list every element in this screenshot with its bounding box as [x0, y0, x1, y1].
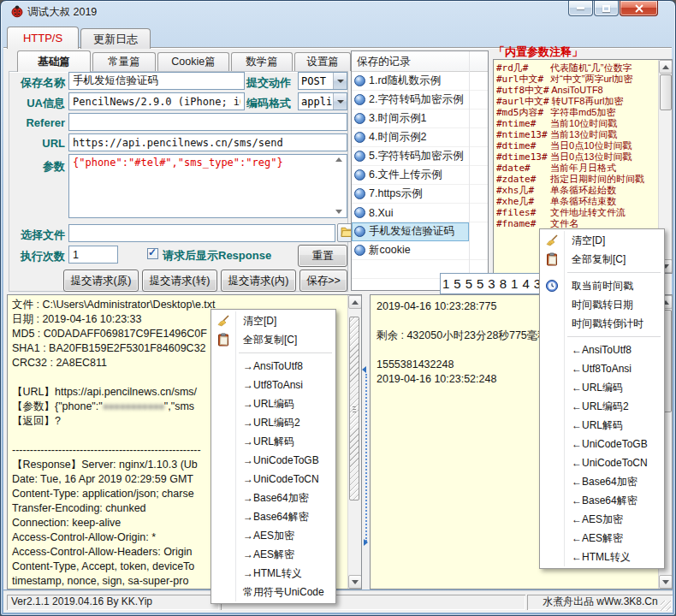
ua-input[interactable] — [68, 92, 245, 110]
right-menu-item-6[interactable]: ←Utf8ToAnsi — [540, 359, 664, 378]
left-menu-item-10[interactable]: →Base64解密 — [211, 507, 335, 526]
globe-icon — [354, 94, 365, 105]
left-menu-item-3[interactable]: →Utf8ToAnsi — [211, 376, 335, 394]
scroll-up-button[interactable] — [348, 295, 362, 309]
record-item-label: 3.时间示例1 — [369, 111, 426, 126]
left-menu-item-8[interactable]: →UniCodeToCN — [211, 470, 335, 489]
right-menu-item-10[interactable]: ←UniCodeToGB — [540, 435, 664, 453]
record-item[interactable]: 8.Xui — [352, 204, 488, 222]
annotation-code: #dtime13# — [496, 151, 548, 163]
submit-button-3[interactable]: 保存>> — [299, 270, 347, 292]
scroll-up-button[interactable] — [659, 60, 673, 74]
right-menu-item-label: ←Base64解密 — [572, 494, 637, 508]
right-menu-item-16[interactable]: ←HTML转义 — [540, 548, 664, 566]
tab-changelog[interactable]: 更新日志 — [80, 28, 151, 49]
version-status: Ver2.1.1 2019.04.16 By KK.Yip — [7, 595, 219, 610]
left-menu-item-label: →UniCodeToGB — [243, 454, 319, 466]
splitter-collapse-right-icon[interactable] — [364, 539, 368, 546]
right-menu-item-15[interactable]: ←AES解密 — [540, 529, 664, 548]
exec-times-input[interactable] — [68, 246, 118, 264]
panel-splitter[interactable] — [365, 374, 367, 542]
scrollbar-thumb[interactable] — [660, 74, 672, 110]
left-menu-item-9[interactable]: →Base64加密 — [211, 489, 335, 507]
app-window: 调试大叔 2019 保存名称 提交动作 POST UA信息 编码格式 appli… — [0, 0, 676, 616]
right-menu-item-2[interactable]: 取当前时间戳 — [540, 276, 664, 295]
scroll-up-icon[interactable] — [335, 157, 342, 162]
encoding-select[interactable]: appli — [298, 92, 347, 110]
save-name-input[interactable] — [68, 72, 245, 90]
record-item[interactable]: 手机发短信验证码 — [352, 222, 469, 241]
left-menu-item-4[interactable]: →URL编码 — [211, 394, 335, 413]
annotation-code: #rd几# — [496, 62, 548, 74]
referer-input[interactable] — [68, 113, 347, 131]
splitter-collapse-left-icon[interactable] — [362, 366, 366, 373]
right-menu-item-7[interactable]: ←URL编码 — [540, 378, 664, 397]
submit-button-0[interactable]: 提交请求(原) — [63, 270, 139, 292]
annotation-code: #md5内容# — [496, 107, 548, 118]
record-item[interactable]: 新cookie — [352, 241, 488, 260]
left-menu-item-label: →Utf8ToAnsi — [243, 379, 303, 391]
subtab-3[interactable]: 数学篇 — [231, 52, 293, 71]
annotation-code: #xhs几# — [496, 185, 548, 196]
left-menu-item-2[interactable]: →AnsiToUtf8 — [211, 357, 335, 376]
file-input[interactable] — [68, 224, 335, 242]
timestamp-input[interactable] — [440, 273, 548, 294]
scroll-down-button[interactable] — [659, 575, 673, 589]
tab-https[interactable]: HTTP/S — [7, 27, 79, 49]
left-output-scrollbar[interactable] — [347, 295, 361, 589]
right-menu-item-8[interactable]: ←URL编码2 — [540, 397, 664, 416]
subtab-1[interactable]: 常量篇 — [92, 52, 156, 71]
show-response-label: 请求后显示Response — [163, 248, 271, 264]
right-menu-item-label: ←HTML转义 — [572, 550, 631, 565]
submit-button-2[interactable]: 提交请求(内) — [221, 270, 296, 292]
left-menu-item-14[interactable]: 常用符号UniCode — [211, 583, 335, 601]
maximize-button[interactable] — [594, 1, 619, 16]
right-menu-item-14[interactable]: ←AES加密 — [540, 510, 664, 529]
subtab-0[interactable]: 基础篇 — [17, 50, 91, 72]
record-item[interactable]: 6.文件上传示例 — [352, 166, 488, 185]
method-select[interactable]: POST — [298, 72, 347, 90]
left-menu-item-12[interactable]: →AES解密 — [211, 545, 335, 564]
encoding-dropdown-button[interactable] — [333, 93, 347, 110]
record-item-label: 6.文件上传示例 — [369, 168, 442, 182]
params-textarea[interactable]: {"phone":"#tel#","sms_type":"reg"} — [68, 154, 347, 218]
subtab-2[interactable]: Cookie篇 — [157, 52, 229, 71]
scroll-down-button[interactable] — [348, 575, 362, 589]
record-item[interactable]: 7.https示例 — [352, 185, 488, 204]
left-menu-item-13[interactable]: →HTML转义 — [211, 564, 335, 583]
record-item[interactable]: 4.时间示例2 — [352, 128, 488, 147]
right-menu-item-1[interactable]: 全部复制[C] — [540, 250, 664, 269]
left-menu-item-7[interactable]: →UniCodeToGB — [211, 451, 335, 470]
annotation-code: #ntime13# — [496, 129, 548, 140]
url-input[interactable] — [68, 133, 347, 151]
resize-grip[interactable] — [661, 601, 671, 611]
saved-records-header: 保存的记录 — [352, 51, 488, 72]
right-menu-item-12[interactable]: ←Base64加密 — [540, 472, 664, 491]
left-menu-item-5[interactable]: →URL编码2 — [211, 413, 335, 432]
right-menu-item-13[interactable]: ←Base64解密 — [540, 491, 664, 510]
left-menu-item-1[interactable]: 全部复制[C] — [211, 330, 335, 349]
minimize-button[interactable] — [568, 1, 593, 16]
scroll-down-icon[interactable] — [335, 210, 342, 214]
right-menu-item-3[interactable]: 时间戳转日期 — [540, 295, 664, 314]
record-item[interactable]: 1.rd随机数示例 — [352, 72, 488, 91]
right-menu-item-11[interactable]: ←UniCodeToCN — [540, 453, 664, 472]
show-response-checkbox[interactable] — [147, 248, 158, 259]
right-menu-item-0[interactable]: 清空[D] — [540, 231, 664, 250]
reset-button[interactable]: 重置 — [298, 245, 347, 267]
right-menu-item-4[interactable]: 时间戳转倒计时 — [540, 314, 664, 333]
close-button[interactable] — [620, 1, 658, 16]
subtab-4[interactable]: 设置篇 — [294, 52, 351, 71]
left-menu-item-0[interactable]: 清空[D] — [211, 311, 335, 330]
submit-button-1[interactable]: 提交请求(转) — [142, 270, 217, 292]
left-menu-item-6[interactable]: →URL解码 — [211, 432, 335, 451]
right-menu-item-label: 取当前时间戳 — [572, 279, 633, 293]
record-item[interactable]: 3.时间示例1 — [352, 110, 488, 128]
record-item[interactable]: 5.字符转码加密示例 — [352, 147, 488, 166]
method-dropdown-button[interactable] — [333, 73, 347, 89]
left-menu-item-11[interactable]: →AES加密 — [211, 526, 335, 545]
right-menu-item-5[interactable]: ←AnsiToUtf8 — [540, 341, 664, 359]
scrollbar-thumb[interactable] — [349, 317, 359, 500]
right-menu-item-9[interactable]: ←URL解码 — [540, 416, 664, 435]
record-item[interactable]: 2.字符转码加密示例 — [352, 91, 488, 110]
